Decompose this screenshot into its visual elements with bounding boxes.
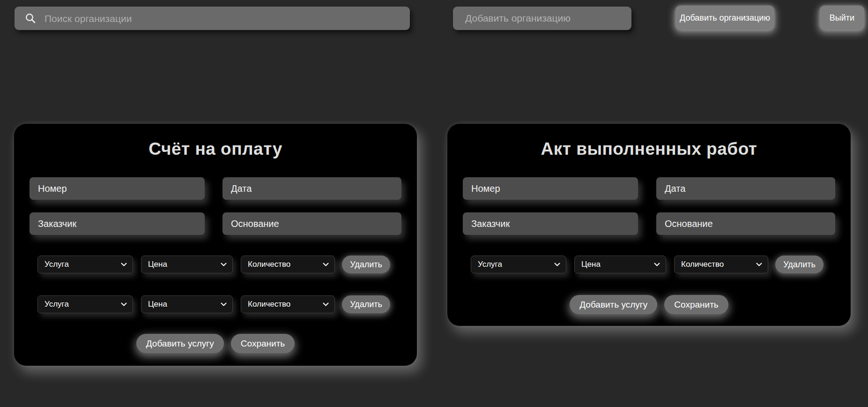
select-value: Услуга <box>45 300 69 309</box>
search-org-field[interactable] <box>15 7 410 30</box>
quantity-select[interactable]: Количество <box>241 295 335 313</box>
act-number-input[interactable] <box>463 177 638 200</box>
act-fields-row-1 <box>447 177 851 200</box>
delete-service-button[interactable]: Удалить <box>342 295 390 313</box>
invoice-date-input[interactable] <box>223 177 401 200</box>
act-service-row: Услуга Цена Количество Удалить <box>447 256 851 273</box>
act-date-input[interactable] <box>656 177 835 200</box>
invoice-fields-row-2 <box>14 212 417 235</box>
add-service-button[interactable]: Добавить услугу <box>136 334 224 353</box>
invoice-customer-input[interactable] <box>30 212 205 235</box>
select-value: Цена <box>581 260 601 269</box>
invoice-card: Счёт на оплату Услуга Цена Количество Уд… <box>14 124 417 366</box>
quantity-select[interactable]: Количество <box>241 256 335 273</box>
act-card: Акт выполненных работ Услуга Цена Количе… <box>447 124 851 326</box>
select-value: Количество <box>248 300 290 309</box>
add-org-input[interactable] <box>453 7 631 30</box>
act-card-title: Акт выполненных работ <box>447 139 851 159</box>
delete-service-button[interactable]: Удалить <box>342 256 390 273</box>
invoice-service-row: Услуга Цена Количество Удалить <box>14 295 417 313</box>
save-button[interactable]: Сохранить <box>664 295 728 314</box>
invoice-basis-input[interactable] <box>223 212 401 235</box>
select-value: Цена <box>148 300 167 309</box>
act-customer-input[interactable] <box>463 212 638 235</box>
price-select[interactable]: Цена <box>574 256 666 273</box>
add-service-button[interactable]: Добавить услугу <box>570 295 657 314</box>
service-select[interactable]: Услуга <box>471 256 566 273</box>
select-value: Услуга <box>478 260 502 269</box>
chevron-down-icon <box>554 263 560 267</box>
search-org-input[interactable] <box>44 7 401 31</box>
select-value: Количество <box>681 260 724 269</box>
chevron-down-icon <box>654 263 660 267</box>
chevron-down-icon <box>756 263 762 267</box>
chevron-down-icon <box>323 302 329 307</box>
price-select[interactable]: Цена <box>141 295 233 313</box>
price-select[interactable]: Цена <box>141 256 233 273</box>
chevron-down-icon <box>121 263 127 267</box>
select-value: Цена <box>148 260 167 269</box>
logout-button[interactable]: Выйти <box>820 6 864 30</box>
invoice-actions: Добавить услугу Сохранить <box>14 334 417 353</box>
chevron-down-icon <box>121 302 127 307</box>
chevron-down-icon <box>323 263 329 267</box>
quantity-select[interactable]: Количество <box>674 256 768 273</box>
select-value: Услуга <box>45 260 69 269</box>
select-value: Количество <box>248 260 290 269</box>
invoice-card-title: Счёт на оплату <box>14 139 417 159</box>
act-actions: Добавить услугу Сохранить <box>447 295 851 314</box>
delete-service-button[interactable]: Удалить <box>775 256 823 273</box>
invoice-service-row: Услуга Цена Количество Удалить <box>14 256 417 273</box>
invoice-fields-row-1 <box>14 177 417 200</box>
service-select[interactable]: Услуга <box>37 256 133 273</box>
service-select[interactable]: Услуга <box>37 295 133 313</box>
chevron-down-icon <box>221 302 227 307</box>
chevron-down-icon <box>221 263 227 267</box>
invoice-number-input[interactable] <box>30 177 205 200</box>
act-fields-row-2 <box>447 212 851 235</box>
act-basis-input[interactable] <box>656 212 835 235</box>
add-org-button[interactable]: Добавить организацию <box>675 6 774 30</box>
search-icon <box>25 13 36 24</box>
save-button[interactable]: Сохранить <box>231 334 295 353</box>
topbar: Добавить организацию Выйти <box>0 0 868 42</box>
